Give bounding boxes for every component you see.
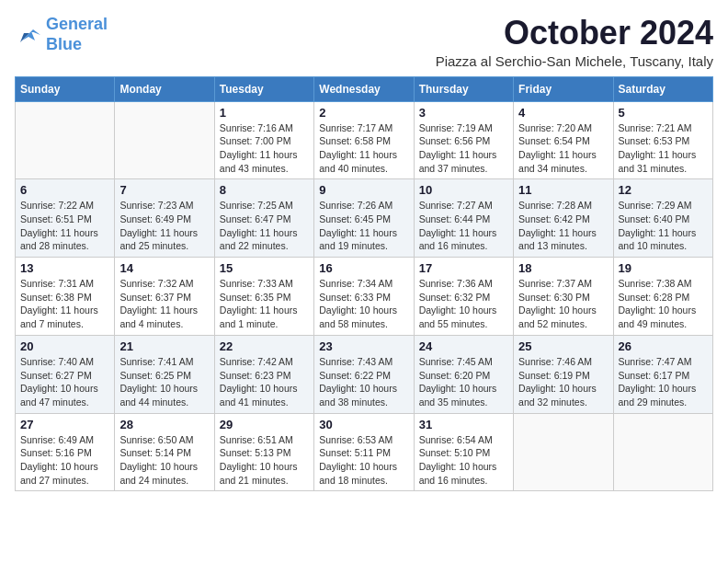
day-info: Sunrise: 7:36 AM Sunset: 6:32 PM Dayligh… [419,277,508,331]
table-row: 5Sunrise: 7:21 AM Sunset: 6:53 PM Daylig… [613,101,712,179]
logo-text: GeneralBlue [46,15,108,54]
table-row: 13Sunrise: 7:31 AM Sunset: 6:38 PM Dayli… [16,258,115,336]
day-number: 2 [319,106,408,120]
table-row: 1Sunrise: 7:16 AM Sunset: 7:00 PM Daylig… [214,101,313,179]
calendar-week-row: 27Sunrise: 6:49 AM Sunset: 5:16 PM Dayli… [16,413,713,491]
day-number: 27 [20,418,109,431]
table-row: 29Sunrise: 6:51 AM Sunset: 5:13 PM Dayli… [214,413,313,491]
table-row [16,101,115,179]
day-info: Sunrise: 7:37 AM Sunset: 6:30 PM Dayligh… [518,277,608,331]
day-info: Sunrise: 7:34 AM Sunset: 6:33 PM Dayligh… [319,277,408,331]
day-number: 26 [619,339,708,353]
table-row [115,101,214,179]
header-tuesday: Tuesday [214,76,313,101]
day-number: 10 [419,183,508,197]
day-number: 31 [419,418,508,431]
day-number: 21 [119,339,209,353]
table-row: 9Sunrise: 7:26 AM Sunset: 6:45 PM Daylig… [314,179,414,258]
table-row: 23Sunrise: 7:43 AM Sunset: 6:22 PM Dayli… [314,335,414,413]
day-info: Sunrise: 7:26 AM Sunset: 6:45 PM Dayligh… [319,199,408,253]
day-number: 14 [119,261,209,275]
table-row [514,413,613,491]
day-number: 11 [518,183,608,197]
logo-icon [15,22,42,48]
header-thursday: Thursday [414,76,513,101]
header-monday: Monday [115,76,214,101]
day-number: 29 [220,418,309,431]
table-row: 27Sunrise: 6:49 AM Sunset: 5:16 PM Dayli… [16,413,115,491]
day-number: 17 [419,261,508,275]
table-row: 15Sunrise: 7:33 AM Sunset: 6:35 PM Dayli… [214,258,313,336]
day-info: Sunrise: 7:27 AM Sunset: 6:44 PM Dayligh… [419,199,508,253]
day-info: Sunrise: 7:40 AM Sunset: 6:27 PM Dayligh… [20,355,109,409]
month-title: October 2024 [436,15,713,52]
day-info: Sunrise: 7:42 AM Sunset: 6:23 PM Dayligh… [220,355,309,409]
table-row: 10Sunrise: 7:27 AM Sunset: 6:44 PM Dayli… [414,179,513,258]
header-saturday: Saturday [613,76,712,101]
day-info: Sunrise: 7:23 AM Sunset: 6:49 PM Dayligh… [119,199,209,253]
table-row: 26Sunrise: 7:47 AM Sunset: 6:17 PM Dayli… [613,335,712,413]
day-info: Sunrise: 7:22 AM Sunset: 6:51 PM Dayligh… [20,199,109,253]
day-number: 6 [20,183,109,197]
page-header: GeneralBlue October 2024 Piazza al Serch… [15,15,713,69]
day-info: Sunrise: 6:54 AM Sunset: 5:10 PM Dayligh… [419,433,508,488]
header-friday: Friday [514,76,613,101]
day-info: Sunrise: 6:53 AM Sunset: 5:11 PM Dayligh… [319,433,408,488]
day-number: 5 [619,106,708,120]
title-block: October 2024 Piazza al Serchio-San Miche… [436,15,713,69]
day-info: Sunrise: 7:46 AM Sunset: 6:19 PM Dayligh… [518,355,608,409]
table-row: 24Sunrise: 7:45 AM Sunset: 6:20 PM Dayli… [414,335,513,413]
day-number: 16 [319,261,408,275]
day-info: Sunrise: 7:32 AM Sunset: 6:37 PM Dayligh… [119,277,209,331]
table-row: 8Sunrise: 7:25 AM Sunset: 6:47 PM Daylig… [214,179,313,258]
day-info: Sunrise: 7:31 AM Sunset: 6:38 PM Dayligh… [20,277,109,331]
day-number: 3 [419,106,508,120]
day-number: 22 [220,339,309,353]
day-info: Sunrise: 7:45 AM Sunset: 6:20 PM Dayligh… [419,355,508,409]
table-row: 19Sunrise: 7:38 AM Sunset: 6:28 PM Dayli… [613,258,712,336]
day-number: 25 [518,339,608,353]
table-row: 14Sunrise: 7:32 AM Sunset: 6:37 PM Dayli… [115,258,214,336]
day-number: 19 [619,261,708,275]
table-row: 12Sunrise: 7:29 AM Sunset: 6:40 PM Dayli… [613,179,712,258]
day-number: 1 [220,106,309,120]
day-number: 18 [518,261,608,275]
table-row: 6Sunrise: 7:22 AM Sunset: 6:51 PM Daylig… [16,179,115,258]
day-info: Sunrise: 7:28 AM Sunset: 6:42 PM Dayligh… [518,199,608,253]
day-info: Sunrise: 6:49 AM Sunset: 5:16 PM Dayligh… [20,433,109,488]
day-number: 9 [319,183,408,197]
day-info: Sunrise: 7:16 AM Sunset: 7:00 PM Dayligh… [220,121,309,176]
calendar-week-row: 20Sunrise: 7:40 AM Sunset: 6:27 PM Dayli… [16,335,713,413]
svg-marker-1 [20,33,29,42]
table-row: 31Sunrise: 6:54 AM Sunset: 5:10 PM Dayli… [414,413,513,491]
day-number: 8 [220,183,309,197]
calendar-header-row: Sunday Monday Tuesday Wednesday Thursday… [16,76,713,101]
table-row: 22Sunrise: 7:42 AM Sunset: 6:23 PM Dayli… [214,335,313,413]
day-number: 15 [220,261,309,275]
calendar-week-row: 6Sunrise: 7:22 AM Sunset: 6:51 PM Daylig… [16,179,713,258]
day-info: Sunrise: 7:33 AM Sunset: 6:35 PM Dayligh… [220,277,309,331]
logo: GeneralBlue [15,15,108,54]
table-row: 18Sunrise: 7:37 AM Sunset: 6:30 PM Dayli… [514,258,613,336]
header-wednesday: Wednesday [314,76,414,101]
day-info: Sunrise: 7:47 AM Sunset: 6:17 PM Dayligh… [619,355,708,409]
table-row: 21Sunrise: 7:41 AM Sunset: 6:25 PM Dayli… [115,335,214,413]
day-number: 7 [119,183,209,197]
table-row [613,413,712,491]
table-row: 17Sunrise: 7:36 AM Sunset: 6:32 PM Dayli… [414,258,513,336]
header-sunday: Sunday [16,76,115,101]
table-row: 20Sunrise: 7:40 AM Sunset: 6:27 PM Dayli… [16,335,115,413]
day-info: Sunrise: 7:19 AM Sunset: 6:56 PM Dayligh… [419,121,508,176]
calendar-week-row: 1Sunrise: 7:16 AM Sunset: 7:00 PM Daylig… [16,101,713,179]
table-row: 28Sunrise: 6:50 AM Sunset: 5:14 PM Dayli… [115,413,214,491]
day-number: 24 [419,339,508,353]
day-number: 28 [119,418,209,431]
day-info: Sunrise: 7:25 AM Sunset: 6:47 PM Dayligh… [220,199,309,253]
table-row: 7Sunrise: 7:23 AM Sunset: 6:49 PM Daylig… [115,179,214,258]
day-info: Sunrise: 7:17 AM Sunset: 6:58 PM Dayligh… [319,121,408,176]
day-info: Sunrise: 6:51 AM Sunset: 5:13 PM Dayligh… [220,433,309,488]
day-number: 13 [20,261,109,275]
day-info: Sunrise: 7:38 AM Sunset: 6:28 PM Dayligh… [619,277,708,331]
table-row: 4Sunrise: 7:20 AM Sunset: 6:54 PM Daylig… [514,101,613,179]
day-info: Sunrise: 7:20 AM Sunset: 6:54 PM Dayligh… [518,121,608,176]
